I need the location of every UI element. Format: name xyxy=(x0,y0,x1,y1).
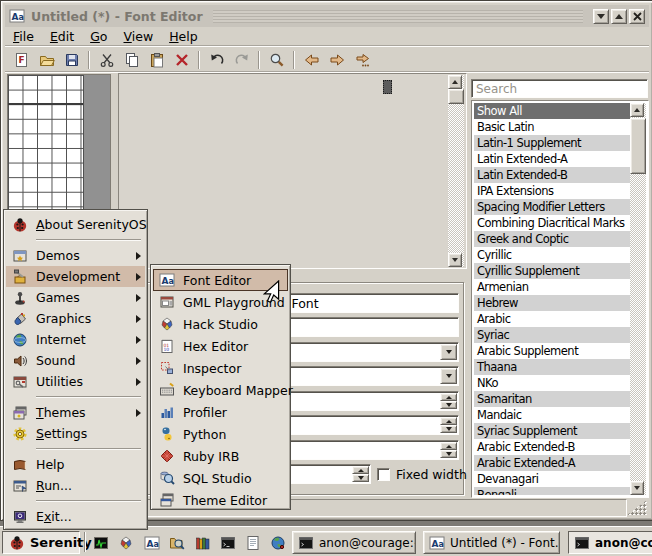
menu-item-demos[interactable]: Demos xyxy=(6,245,145,266)
glyph-map[interactable] xyxy=(118,73,467,269)
submenu-item-hex-editor[interactable]: 0110 Hex Editor xyxy=(153,335,288,357)
unicode-block-row[interactable]: Mandaic xyxy=(474,407,630,423)
submenu-item-theme-editor[interactable]: Theme Editor xyxy=(153,489,288,511)
menu-item-settings[interactable]: Settings xyxy=(6,423,145,444)
close-button[interactable] xyxy=(629,9,645,24)
menu-item-development[interactable]: Development xyxy=(6,266,145,287)
unicode-block-row[interactable]: Bengali xyxy=(474,487,630,495)
unicode-block-row[interactable]: Devanagari xyxy=(474,471,630,487)
block-list-scrollbar[interactable] xyxy=(630,103,646,495)
menu-view[interactable]: View xyxy=(115,28,161,45)
glyph-map-scrollbar[interactable] xyxy=(448,75,464,267)
unicode-block-row[interactable]: Samaritan xyxy=(474,391,630,407)
menu-item-about-serenityos[interactable]: About SerenityOS xyxy=(6,214,145,235)
quick-launch-help[interactable] xyxy=(190,531,215,554)
menu-item-exit[interactable]: Exit... xyxy=(6,506,145,527)
menu-item-internet[interactable]: Internet xyxy=(6,329,145,350)
unicode-block-row[interactable]: Arabic Extended-A xyxy=(474,455,630,471)
unicode-block-row[interactable]: Show All xyxy=(474,103,630,119)
undo-button[interactable] xyxy=(204,49,229,71)
unicode-block-row[interactable]: Syriac Supplement xyxy=(474,423,630,439)
weight-dropdown-button[interactable] xyxy=(440,344,457,360)
unicode-block-row[interactable]: Armenian xyxy=(474,279,630,295)
submenu-item-keyboard-mapper[interactable]: Keyboard Mapper xyxy=(153,379,288,401)
block-list-scroll-thumb[interactable] xyxy=(630,118,646,174)
unicode-block-row[interactable]: IPA Extensions xyxy=(474,183,630,199)
spin-up-button[interactable] xyxy=(440,442,457,450)
quick-launch-file-search[interactable] xyxy=(164,531,189,554)
submenu-item-inspector[interactable]: Inspector xyxy=(153,357,288,379)
cut-button[interactable] xyxy=(94,49,119,71)
glyph-map-scroll-thumb[interactable] xyxy=(448,89,464,104)
new-font-button[interactable]: F xyxy=(9,49,34,71)
unicode-block-row[interactable]: Cyrillic Supplement xyxy=(474,263,630,279)
menu-item-sound[interactable]: Sound xyxy=(6,350,145,371)
unicode-block-row[interactable]: Latin Extended-A xyxy=(474,151,630,167)
scroll-down-button[interactable] xyxy=(630,481,644,495)
previous-glyph-button[interactable] xyxy=(299,49,324,71)
spin-up-button[interactable] xyxy=(440,417,457,425)
unicode-block-row[interactable]: Syriac xyxy=(474,327,630,343)
unicode-block-row[interactable]: Latin-1 Supplement xyxy=(474,135,630,151)
scroll-down-button[interactable] xyxy=(448,253,462,267)
menu-edit[interactable]: Edit xyxy=(42,28,82,45)
menu-help[interactable]: Help xyxy=(161,28,206,45)
copy-button[interactable] xyxy=(119,49,144,71)
save-button[interactable] xyxy=(59,49,84,71)
submenu-item-profiler[interactable]: Profiler xyxy=(153,401,288,423)
submenu-item-python[interactable]: Python xyxy=(153,423,288,445)
taskbar-window-terminal-1[interactable]: anon@courage:~/m... xyxy=(292,531,416,554)
delete-button[interactable] xyxy=(169,49,194,71)
quick-launch-text-editor[interactable] xyxy=(240,531,265,554)
spin-up-button[interactable] xyxy=(440,393,457,401)
unicode-block-row[interactable]: Thaana xyxy=(474,359,630,375)
quick-launch-web-browser[interactable] xyxy=(265,531,290,554)
next-glyph-button[interactable] xyxy=(324,49,349,71)
search-input[interactable] xyxy=(471,79,648,98)
submenu-item-ruby-irb[interactable]: Ruby IRB xyxy=(153,445,288,467)
quick-launch-hack-studio[interactable] xyxy=(113,531,138,554)
unicode-block-row[interactable]: Spacing Modifier Letters xyxy=(474,199,630,215)
unicode-block-row[interactable]: Cyrillic xyxy=(474,247,630,263)
unicode-block-row[interactable]: Hebrew xyxy=(474,295,630,311)
redo-button[interactable] xyxy=(229,49,254,71)
paste-button[interactable] xyxy=(144,49,169,71)
menu-file[interactable]: File xyxy=(5,28,42,45)
taskbar-window-font-editor[interactable]: Aa Untitled (*) - Font... xyxy=(423,531,560,554)
scroll-up-button[interactable] xyxy=(448,75,462,89)
menu-item-utilities[interactable]: Utilities xyxy=(6,371,145,392)
menu-item-themes[interactable]: Themes xyxy=(6,402,145,423)
scroll-up-button[interactable] xyxy=(630,103,644,117)
maximize-button[interactable] xyxy=(611,9,627,24)
menu-item-graphics[interactable]: Graphics xyxy=(6,308,145,329)
unicode-block-row[interactable]: Latin Extended-B xyxy=(474,167,630,183)
unicode-block-row[interactable]: Combining Diacritical Marks xyxy=(474,215,630,231)
start-button[interactable]: Serenity xyxy=(2,531,80,554)
open-button[interactable] xyxy=(34,49,59,71)
unicode-block-row[interactable]: Greek and Coptic xyxy=(474,231,630,247)
unicode-block-row[interactable]: Arabic Supplement xyxy=(474,343,630,359)
selected-glyph-cell[interactable] xyxy=(383,80,392,94)
minimize-button[interactable] xyxy=(593,9,609,24)
menu-go[interactable]: Go xyxy=(82,28,115,45)
fixed-width-checkbox[interactable] xyxy=(377,468,390,481)
quick-launch-system-monitor[interactable] xyxy=(88,531,113,554)
quick-launch-font-editor[interactable]: Aa xyxy=(139,531,164,554)
quick-launch-terminal[interactable] xyxy=(215,531,240,554)
spin-down-button[interactable] xyxy=(352,474,369,482)
spin-up-button[interactable] xyxy=(352,466,369,474)
menu-item-help[interactable]: Help xyxy=(6,454,145,475)
unicode-block-row[interactable]: Arabic xyxy=(474,311,630,327)
spin-down-button[interactable] xyxy=(440,401,457,409)
unicode-block-row[interactable]: Arabic Extended-B xyxy=(474,439,630,455)
spin-down-button[interactable] xyxy=(440,450,457,458)
taskbar-window-terminal-2[interactable]: anon@cour xyxy=(568,531,652,554)
preview-button[interactable] xyxy=(264,49,289,71)
spin-down-button[interactable] xyxy=(440,425,457,433)
resize-grip[interactable] xyxy=(627,500,647,515)
unicode-block-list[interactable]: Show All Basic Latin Latin-1 Supplement … xyxy=(471,100,649,498)
unicode-block-row[interactable]: Basic Latin xyxy=(474,119,630,135)
unicode-block-row[interactable]: NKo xyxy=(474,375,630,391)
submenu-item-hack-studio[interactable]: Hack Studio xyxy=(153,313,288,335)
menu-item-run[interactable]: Run... xyxy=(6,475,145,496)
